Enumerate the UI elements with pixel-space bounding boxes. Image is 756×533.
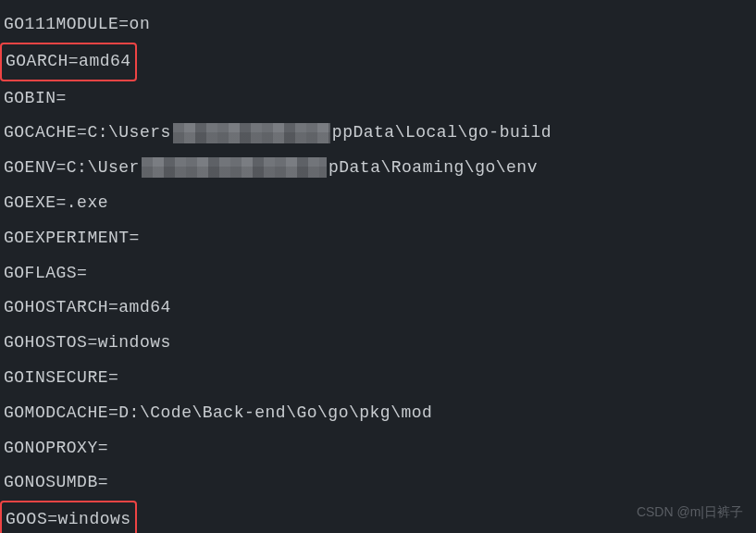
env-text: GONOSUMDB= (4, 473, 108, 491)
env-text: GO111MODULE=on (4, 15, 150, 33)
env-text: GOARCH=amd64 (6, 52, 131, 70)
watermark-text: CSDN @m|日裤子 (637, 499, 743, 526)
env-line-goexe: GOEXE=.exe (4, 186, 752, 221)
env-text-suffix: pData\Roaming\go\env (328, 158, 538, 177)
env-text: GONOPROXY= (4, 439, 108, 457)
env-text-prefix: GOENV=C:\User (4, 158, 140, 177)
env-line-gohostarch: GOHOSTARCH=amd64 (4, 291, 752, 326)
censored-text (173, 123, 330, 143)
env-text: GOOS=windows (6, 510, 131, 528)
env-text: GOEXPERIMENT= (4, 229, 140, 247)
env-line-gonoproxy: GONOPROXY= (4, 431, 752, 466)
env-line-goarch: GOARCH=amd64 (4, 43, 752, 81)
env-text: GOINSECURE= (4, 368, 118, 387)
env-line-gobin: GOBIN= (4, 81, 752, 117)
env-text: GOHOSTARCH=amd64 (4, 298, 171, 316)
env-line-gocache: GOCACHE=C:\UsersppData\Local\go-build (4, 116, 752, 151)
env-text: GOHOSTOS=windows (4, 333, 171, 352)
env-line-gomodcache: GOMODCACHE=D:\Code\Back-end\Go\go\pkg\mo… (4, 396, 752, 431)
env-text-suffix: ppData\Local\go-build (332, 123, 552, 142)
env-line-goenv: GOENV=C:\UserpData\Roaming\go\env (4, 151, 752, 186)
env-text: GOEXE=.exe (4, 193, 108, 212)
censored-text (142, 157, 327, 178)
env-line-go111module: GO111MODULE=on (4, 7, 752, 43)
env-line-goexperiment: GOEXPERIMENT= (4, 221, 752, 256)
env-line-gonosumdb: GONOSUMDB= (4, 465, 752, 501)
env-text: GOBIN= (4, 89, 67, 107)
env-text-prefix: GOCACHE=C:\Users (4, 123, 171, 142)
env-text: GOFLAGS= (4, 264, 87, 282)
highlight-box-goarch: GOARCH=amd64 (0, 43, 137, 81)
env-line-goflags: GOFLAGS= (4, 256, 752, 291)
highlight-box-goos: GOOS=windows (0, 501, 137, 533)
env-text: GOMODCACHE=D:\Code\Back-end\Go\go\pkg\mo… (4, 403, 432, 422)
env-line-goinsecure: GOINSECURE= (4, 361, 752, 396)
env-line-gohostos: GOHOSTOS=windows (4, 326, 752, 361)
